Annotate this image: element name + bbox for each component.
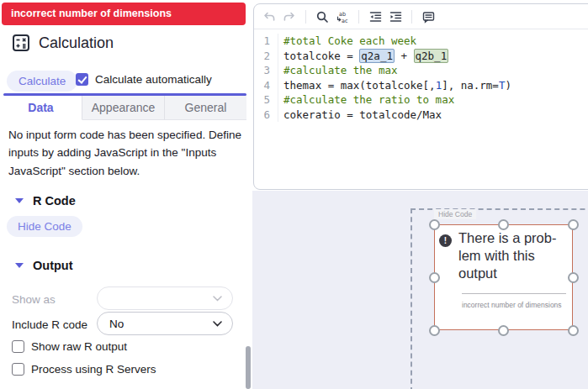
chevron-down-icon — [213, 296, 222, 302]
show-raw-r-output-label: Show raw R output — [31, 340, 127, 353]
comment-icon[interactable] — [418, 7, 438, 27]
code-line: 2 totalcoke = q2a_1 + q2b_1 — [254, 49, 588, 64]
toolbar-divider — [411, 10, 412, 24]
error-exclamation-icon: ! — [439, 234, 452, 247]
selection-handle-mid-right[interactable] — [568, 272, 579, 283]
calculation-inspector-window: incorrect number of dimensions Calculati… — [0, 0, 588, 389]
code-token: ) — [505, 79, 511, 92]
code-area[interactable]: 1 #total Coke each week 2 totalcoke = q2… — [254, 29, 588, 122]
code-line: 4 themax = max(totalcoke[,1], na.rm=T) — [254, 78, 588, 93]
code-token: #calculate the ratio to max — [283, 93, 454, 106]
line-number: 5 — [254, 92, 278, 108]
error-divider — [462, 293, 566, 294]
widget-error-detail: incorrect number of dimensions — [462, 301, 562, 309]
tab-appearance[interactable]: Appearance — [82, 96, 165, 120]
outdent-icon[interactable] — [365, 7, 385, 27]
selection-handle-bottom-right[interactable] — [568, 325, 579, 336]
variable-token-q2a_1: q2a_1 — [359, 49, 395, 63]
hide-code-button[interactable]: Hide Code — [7, 216, 82, 237]
tab-general[interactable]: General — [165, 96, 246, 120]
widget-error-title: There is a prob- lem with this output — [458, 229, 569, 282]
replace-icon[interactable]: ab ac — [332, 7, 352, 27]
include-r-code-select[interactable]: No — [97, 312, 233, 335]
hide-code-chip[interactable]: Hide Code — [434, 209, 476, 219]
input-form-info-text: No input form code has been specified. D… — [8, 126, 247, 180]
code-line: 5 #calculate the ratio to max — [254, 92, 588, 108]
code-line: 6 cokeratio = totalcode/Max — [254, 108, 588, 123]
line-number: 1 — [254, 34, 278, 49]
code-line: 3 #calculate the max — [254, 63, 588, 78]
collapse-triangle-icon — [15, 263, 24, 268]
checkbox-empty-icon — [12, 363, 24, 376]
variable-token-q2b_1: q2b_1 — [414, 49, 449, 63]
toolbar-divider — [305, 10, 306, 24]
r-code-editor: ab ac — [253, 3, 588, 190]
undo-icon[interactable] — [259, 7, 279, 27]
svg-text:ac: ac — [342, 17, 348, 24]
collapse-triangle-icon — [15, 198, 24, 203]
line-number: 4 — [254, 78, 278, 93]
calculate-button[interactable]: Calculate — [7, 71, 77, 92]
settings-tabs: Data Appearance General — [0, 96, 246, 120]
calculation-icon — [12, 34, 30, 52]
calculate-automatically-label: Calculate automatically — [95, 73, 212, 86]
panel-scrollbar-thumb[interactable] — [246, 346, 251, 389]
code-token: totalcoke = — [283, 50, 359, 62]
process-using-r-servers-checkbox[interactable]: Process using R Servers — [12, 363, 156, 376]
code-token: cokeratio = totalcode/Max — [283, 108, 442, 121]
line-number: 6 — [254, 108, 278, 123]
checkbox-checked-icon — [76, 73, 88, 86]
svg-text:ab: ab — [339, 10, 346, 17]
code-token: ], na.rm= — [442, 79, 499, 92]
output-section-title: Output — [33, 259, 73, 272]
redo-icon[interactable] — [279, 7, 299, 27]
selection-handle-mid-left[interactable] — [429, 272, 440, 283]
tab-data[interactable]: Data — [0, 96, 82, 120]
include-r-code-label: Include R code — [12, 318, 87, 331]
output-section-header[interactable]: Output — [15, 259, 73, 272]
code-line: 1 #total Coke each week — [254, 34, 588, 49]
selection-handle-top-left[interactable] — [429, 219, 440, 230]
code-token: #total Coke each week — [283, 34, 416, 47]
process-using-r-servers-label: Process using R Servers — [31, 363, 156, 376]
r-code-section-title: R Code — [33, 194, 76, 208]
selection-handle-bottom-left[interactable] — [429, 325, 440, 336]
line-number: 2 — [254, 49, 278, 64]
selection-handle-top-center[interactable] — [498, 219, 509, 230]
code-token: themax = max(totalcoke[, — [283, 79, 436, 92]
settings-panel: incorrect number of dimensions Calculati… — [0, 0, 252, 389]
error-banner: incorrect number of dimensions — [2, 3, 246, 25]
code-token: + — [395, 50, 414, 62]
show-as-select[interactable] — [97, 286, 233, 310]
line-number: 3 — [254, 63, 278, 78]
calculate-automatically-checkbox[interactable]: Calculate automatically — [76, 73, 212, 86]
r-code-section-header[interactable]: R Code — [15, 194, 76, 208]
show-as-label: Show as — [12, 293, 56, 306]
editor-and-canvas: ab ac — [252, 0, 588, 389]
show-raw-r-output-checkbox[interactable]: Show raw R output — [12, 340, 127, 353]
editor-toolbar: ab ac — [254, 4, 588, 29]
page-title: Calculation — [39, 34, 114, 52]
search-icon[interactable] — [312, 7, 332, 27]
toolbar-divider — [358, 10, 359, 24]
chevron-down-icon — [213, 321, 222, 327]
selection-handle-top-right[interactable] — [568, 219, 579, 230]
checkbox-empty-icon — [12, 340, 24, 353]
indent-icon[interactable] — [385, 7, 405, 27]
output-widget[interactable]: ! There is a prob- lem with this output … — [434, 224, 573, 330]
include-r-code-value: No — [109, 318, 213, 330]
selection-handle-bottom-center[interactable] — [498, 325, 509, 336]
code-token: #calculate the max — [283, 64, 397, 76]
